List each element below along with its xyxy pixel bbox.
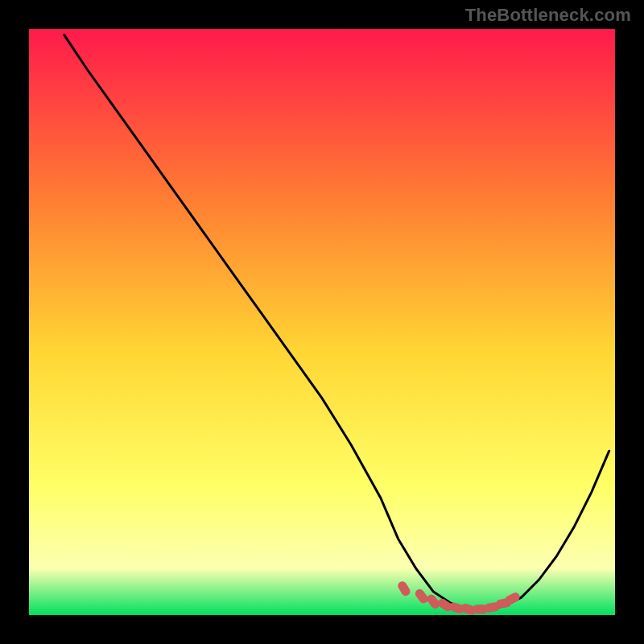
chart-frame: TheBottleneck.com bbox=[0, 0, 644, 644]
watermark-text: TheBottleneck.com bbox=[465, 5, 631, 26]
gradient-background bbox=[29, 29, 615, 615]
bottleneck-chart bbox=[0, 0, 644, 644]
